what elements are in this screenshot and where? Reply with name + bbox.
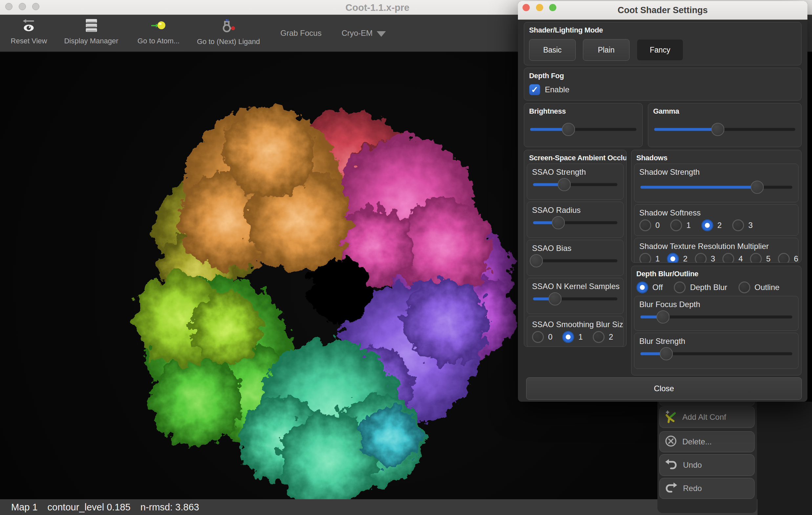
ssao-blur-size-option-2[interactable]: 2 [593,331,613,343]
slider-knob[interactable] [657,310,670,324]
shadow-texture-option-5[interactable]: 5 [750,253,770,263]
radio-icon [722,253,734,263]
shadow-strength-slider[interactable] [640,179,792,195]
section-header: Shader/Lighting Mode [524,22,801,36]
ssao-bias-frame: SSAO Bias [527,240,624,276]
redo-button[interactable]: Redo [659,478,755,499]
ssao-radius-slider[interactable] [533,215,617,231]
cryo-em-menu-button[interactable]: Cryo-EM [342,15,386,52]
radio-icon [732,219,744,231]
slider-knob[interactable] [751,181,764,194]
shadow-softness-option-3[interactable]: 3 [732,219,753,231]
radio-icon [562,331,574,343]
minimize-window-button[interactable] [19,3,26,10]
radio-icon [639,253,651,263]
delete-icon [665,435,677,449]
shader-mode-basic-button[interactable]: Basic [529,39,576,61]
slider-knob[interactable] [660,347,673,360]
close-window-button[interactable] [5,3,12,10]
ssao-section: Screen-Space Ambient Occlusion SSAO Stre… [524,150,627,347]
go-to-next-ligand-button[interactable]: N Go to (Next) Ligand [197,19,260,46]
reset-view-button[interactable]: Reset View [11,19,47,45]
radio-icon [639,219,651,231]
dialog-minimize-button[interactable] [536,4,543,11]
slider-knob[interactable] [530,254,543,267]
shadow-softness-option-0[interactable]: 0 [639,219,660,231]
ssao-strength-slider[interactable] [533,177,617,192]
close-button[interactable]: Close [526,377,802,400]
dialog-title: Coot Shader Settings [618,5,708,16]
ssao-blur-size-option-0[interactable]: 0 [532,331,552,343]
dialog-body: Shader/Lighting Mode Basic Plain Fancy D… [518,20,807,402]
slider-knob[interactable] [558,178,571,191]
brightness-slider[interactable] [530,121,636,137]
status-nrmsd: n-rmsd: 3.863 [141,502,199,513]
display-manager-icon [85,19,97,34]
radio-icon [695,253,707,263]
ssao-blur-size-option-1[interactable]: 1 [562,331,583,343]
blur-strength-slider[interactable] [640,346,792,362]
depth-blur-mode-off[interactable]: Off [636,281,663,293]
radio-icon [532,331,544,343]
shadow-texture-multiplier-frame: Shadow Texture Resolution Multiplier 1 2 [634,238,799,263]
reset-view-icon [22,19,36,34]
slider-knob[interactable] [562,123,575,136]
shadow-softness-option-1[interactable]: 1 [670,219,691,231]
slider-knob[interactable] [711,123,724,136]
side-panel-button-label: Undo [683,460,702,470]
depth-blur-outline-section: Depth Blur/Outline Off Depth Blur [631,266,802,375]
svg-text:N: N [226,19,228,22]
shadow-texture-option-4[interactable]: 4 [722,253,743,263]
shader-mode-fancy-button[interactable]: Fancy [637,39,683,61]
blur-focus-depth-frame: Blur Focus Depth [634,296,799,331]
go-to-atom-icon [151,19,166,34]
shadow-texture-option-1[interactable]: 1 [639,253,660,263]
redo-icon [665,482,678,495]
depth-fog-enable-checkbox[interactable]: ✓ [529,84,540,95]
shadow-texture-option-2[interactable]: 2 [667,253,687,263]
section-header: Screen-Space Ambient Occlusion [524,150,626,164]
radio-icon [674,281,686,293]
radio-icon [778,253,790,263]
grab-focus-button[interactable]: Grab Focus [280,15,321,52]
ssao-kernel-samples-slider[interactable] [533,291,617,307]
shadow-texture-option-6[interactable]: 6 [778,253,798,263]
chevron-down-icon [376,31,386,37]
depth-blur-mode-depth-blur[interactable]: Depth Blur [674,281,727,293]
shader-mode-section: Shader/Lighting Mode Basic Plain Fancy [524,22,802,65]
delete-button[interactable]: Delete... [659,431,755,452]
add-alt-conf-button[interactable]: Add Alt Conf [659,406,755,428]
go-to-atom-button[interactable]: Go to Atom... [138,19,179,45]
gamma-section: Gamma [648,103,802,147]
blur-focus-depth-slider[interactable] [640,309,792,325]
blur-strength-frame: Blur Strength [634,333,799,369]
side-panel-button-label: Add Alt Conf [683,412,726,422]
toolbar-item-label: Grab Focus [280,29,321,38]
add-alt-conf-icon [665,410,677,424]
shadow-texture-option-3[interactable]: 3 [695,253,715,263]
display-manager-button[interactable]: Display Manager [64,19,118,45]
status-map-label: Map 1 [11,502,38,513]
side-panel-button-label: Delete... [683,437,712,446]
gamma-slider[interactable] [654,121,795,137]
section-header: Depth Blur/Outline [632,266,801,279]
viewport-corner-backdrop [757,402,812,515]
slider-knob[interactable] [548,292,561,305]
dialog-zoom-button[interactable] [549,4,556,11]
ligand-icon: N [221,19,236,34]
dialog-close-button[interactable] [523,4,530,11]
toolbar-item-label: Go to Atom... [138,37,179,45]
side-panel-button-label: Redo [683,484,702,493]
shader-mode-plain-button[interactable]: Plain [583,39,630,61]
shadow-softness-option-2[interactable]: 2 [701,219,722,231]
ssao-bias-slider[interactable] [533,253,617,269]
slider-knob[interactable] [552,216,565,229]
zoom-window-button[interactable] [32,3,39,10]
shadow-softness-frame: Shadow Softness 0 1 [634,204,799,236]
dialog-titlebar[interactable]: Coot Shader Settings [518,1,807,20]
section-header: Brightness [524,104,642,117]
undo-button[interactable]: Undo [659,454,755,476]
radio-icon [667,253,679,263]
depth-blur-mode-outline[interactable]: Outline [738,281,780,293]
toolbar-item-label: Reset View [11,37,47,45]
